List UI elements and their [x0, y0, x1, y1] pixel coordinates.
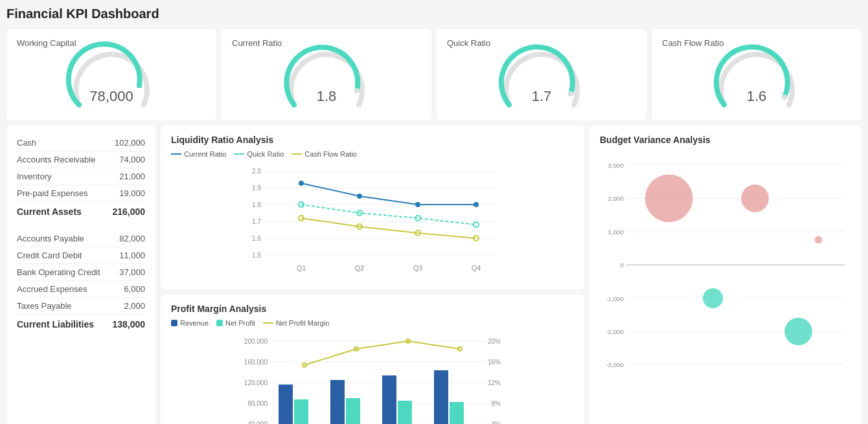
- svg-text:4%: 4%: [492, 421, 501, 424]
- prepaid-value: 19,000: [119, 188, 145, 198]
- current-assets-value: 216,000: [112, 206, 145, 217]
- svg-text:1.8: 1.8: [252, 201, 261, 208]
- svg-rect-54: [279, 385, 293, 424]
- svg-text:Q4: Q4: [472, 264, 481, 272]
- kpi-cash-flow-ratio: Cash Flow Ratio 1.6: [652, 29, 862, 120]
- budget-bubble-1: [645, 175, 693, 223]
- bank-row: Bank Operating Credit 37,000: [17, 264, 145, 281]
- budget-bubble-5: [784, 318, 812, 346]
- ar-row: Accounts Receivable 74,000: [17, 151, 145, 168]
- svg-point-20: [299, 181, 304, 186]
- kpi-qr-value: 1.7: [532, 88, 552, 105]
- svg-rect-56: [382, 375, 396, 424]
- svg-rect-57: [434, 370, 448, 424]
- svg-point-1: [354, 88, 360, 93]
- svg-rect-61: [450, 402, 464, 424]
- budget-title: Budget Variance Analysis: [600, 135, 851, 145]
- svg-text:120,000: 120,000: [244, 379, 268, 386]
- cash-row: Cash 102,000: [17, 135, 145, 151]
- inventory-value: 21,000: [119, 172, 145, 181]
- dashboard-title: Financial KPI Dashboard: [6, 6, 862, 21]
- profit-legend: Revenue Net Profit Net Profit Margin: [171, 319, 574, 327]
- kpi-cards-row: Working Capital 78,000 Current Ratio: [6, 29, 862, 120]
- svg-text:Q3: Q3: [413, 264, 423, 272]
- svg-rect-59: [346, 398, 360, 424]
- cc-row: Credit Card Debit 11,000: [17, 247, 145, 264]
- kpi-wc-label: Working Capital: [17, 38, 76, 48]
- profit-title: Profit Margin Analysis: [171, 304, 574, 314]
- svg-text:8%: 8%: [492, 400, 501, 407]
- svg-text:1.6: 1.6: [252, 235, 261, 242]
- svg-text:2.0: 2.0: [252, 168, 261, 175]
- svg-point-3: [782, 95, 787, 100]
- svg-text:Q2: Q2: [355, 264, 365, 272]
- budget-chart-svg: 3,000 2,000 1,000 0 -1,000 -2,000 -3,000: [600, 150, 851, 390]
- svg-text:20%: 20%: [488, 338, 501, 345]
- liquidity-chart-panel: Liquidity Ratio Analysis Current Ratio Q…: [161, 126, 584, 289]
- accrued-label: Accrued Expenses: [17, 284, 87, 294]
- budget-bubble-2: [741, 184, 769, 212]
- svg-text:0: 0: [620, 262, 624, 269]
- kpi-qr-label: Quick Ratio: [447, 38, 490, 48]
- legend-net-profit-margin: Net Profit Margin: [263, 319, 330, 327]
- cc-label: Credit Card Debit: [17, 251, 82, 260]
- current-liabilities-total: Current Liabilities 138,000: [17, 315, 145, 334]
- cash-label: Cash: [17, 138, 36, 148]
- kpi-wc-value: 78,000: [89, 88, 133, 105]
- svg-text:200,000: 200,000: [244, 338, 268, 345]
- budget-chart-panel: Budget Variance Analysis 3,000 2,000 1,0…: [589, 126, 862, 424]
- profit-chart-panel: Profit Margin Analysis Revenue Net Profi…: [161, 295, 584, 424]
- current-assets-section: Cash 102,000 Accounts Receivable 74,000 …: [17, 135, 145, 221]
- inventory-row: Inventory 21,000: [17, 168, 145, 185]
- svg-text:16%: 16%: [488, 359, 501, 366]
- current-liabilities-label: Current Liabilities: [17, 319, 94, 329]
- liquidity-legend: Current Ratio Quick Ratio Cash Flow Rati…: [171, 150, 574, 158]
- svg-rect-55: [330, 380, 345, 424]
- svg-point-2: [568, 91, 573, 96]
- current-assets-total: Current Assets 216,000: [17, 202, 145, 221]
- budget-bubble-4: [703, 288, 723, 308]
- profit-chart-svg: 200,000 160,000 120,000 80,000 40,000 0 …: [171, 331, 574, 424]
- svg-text:1.9: 1.9: [252, 184, 261, 192]
- svg-point-22: [415, 202, 420, 207]
- legend-cash-flow-ratio: Cash Flow Ratio: [291, 150, 357, 158]
- balance-sheet-panel: Cash 102,000 Accounts Receivable 74,000 …: [6, 126, 155, 424]
- ar-label: Accounts Receivable: [17, 155, 95, 164]
- taxes-label: Taxes Payable: [17, 301, 72, 311]
- svg-text:80,000: 80,000: [247, 400, 268, 407]
- svg-point-23: [474, 202, 479, 207]
- svg-rect-60: [398, 401, 412, 424]
- svg-rect-58: [294, 399, 308, 424]
- svg-text:2,000: 2,000: [608, 195, 624, 202]
- kpi-cr-label: Current Ratio: [232, 38, 282, 48]
- kpi-current-ratio: Current Ratio 1.8: [222, 29, 431, 120]
- legend-net-profit: Net Profit: [216, 319, 255, 327]
- svg-text:1.5: 1.5: [252, 252, 261, 259]
- kpi-cfr-value: 1.6: [747, 88, 767, 105]
- current-liabilities-section: Accounts Payable 82,000 Credit Card Debi…: [17, 230, 145, 334]
- prepaid-row: Pre-paid Expenses 19,000: [17, 185, 145, 202]
- legend-quick-ratio: Quick Ratio: [234, 150, 284, 158]
- svg-text:-3,000: -3,000: [606, 361, 624, 368]
- current-liabilities-value: 138,000: [112, 319, 145, 329]
- kpi-cr-value: 1.8: [317, 88, 337, 105]
- ap-row: Accounts Payable 82,000: [17, 230, 145, 247]
- accrued-value: 6,000: [124, 284, 145, 294]
- legend-revenue: Revenue: [171, 319, 209, 327]
- cc-value: 11,000: [119, 251, 145, 260]
- prepaid-label: Pre-paid Expenses: [17, 188, 88, 198]
- accrued-row: Accrued Expenses 6,000: [17, 281, 145, 298]
- svg-text:40,000: 40,000: [247, 421, 268, 424]
- ar-value: 74,000: [119, 155, 145, 164]
- taxes-row: Taxes Payable 2,000: [17, 298, 145, 315]
- liquidity-title: Liquidity Ratio Analysis: [171, 135, 574, 145]
- liquidity-chart-svg: 2.0 1.9 1.8 1.7 1.6 1.5 Q1 Q2 Q3 Q4: [171, 162, 574, 278]
- svg-text:3,000: 3,000: [608, 162, 624, 169]
- svg-text:-1,000: -1,000: [606, 295, 624, 302]
- current-assets-label: Current Assets: [17, 206, 82, 217]
- kpi-working-capital: Working Capital 78,000: [6, 29, 216, 120]
- svg-point-0: [137, 83, 142, 88]
- ap-value: 82,000: [119, 234, 145, 243]
- svg-text:1,000: 1,000: [608, 229, 624, 236]
- inventory-label: Inventory: [17, 172, 51, 181]
